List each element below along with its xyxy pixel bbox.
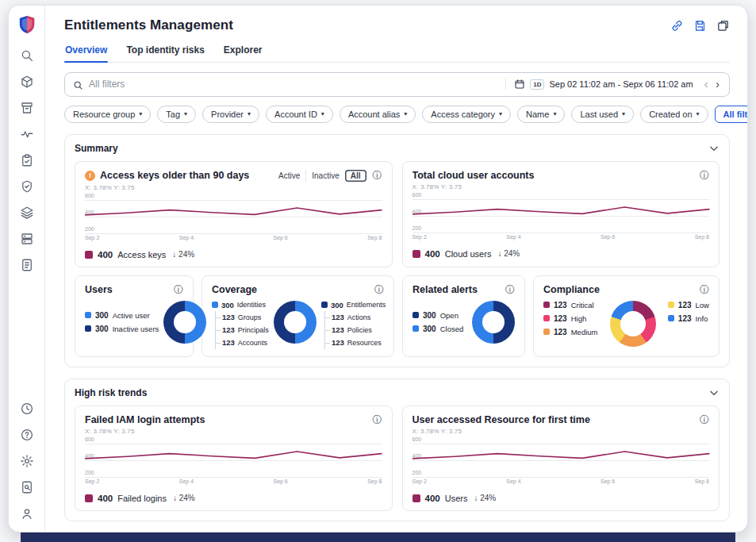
layers-icon[interactable]	[20, 206, 34, 220]
search-icon[interactable]	[20, 48, 34, 63]
legend-label: Cloud users	[445, 249, 492, 259]
legend-swatch	[85, 494, 93, 502]
high-risk-collapse-icon[interactable]	[708, 387, 720, 398]
legend-value: 300	[331, 301, 343, 309]
info-icon[interactable]: ⓘ	[700, 285, 709, 294]
info-icon[interactable]: ⓘ	[373, 171, 382, 180]
tab-top-identity-risks[interactable]: Top identity risks	[125, 41, 205, 62]
toggle-active[interactable]: Active	[273, 170, 305, 182]
legend-swatch	[543, 329, 550, 335]
sidebar	[9, 6, 45, 532]
donut-legend-left: 123Critical 123High 123Medium	[543, 301, 597, 336]
user-accessed-chart: 600400200Sep 2Sep 4Sep 6Sep 8	[413, 439, 710, 486]
link-icon[interactable]	[670, 19, 684, 33]
info-icon[interactable]: ⓘ	[373, 415, 382, 425]
legend-value: 400	[425, 494, 440, 503]
users-card: Users ⓘ 300Active user 300Inactive users	[75, 275, 194, 357]
filter-chip-account-alias[interactable]: Account alias▾	[340, 106, 416, 123]
filter-chip-name[interactable]: Name▾	[517, 106, 565, 123]
coverage-identities-legend: 300Identities 123Groups 123Principals 12…	[212, 301, 269, 349]
cloud-users-chart: 600400200Sep 2Sep 4Sep 6Sep 8	[413, 194, 710, 242]
window-icon[interactable]	[716, 19, 730, 33]
save-icon[interactable]	[693, 19, 707, 33]
legend-swatch	[85, 312, 91, 318]
info-icon[interactable]: ⓘ	[700, 415, 709, 425]
donut-legend: 300Active user 300Inactive users	[85, 311, 159, 333]
sidebar-bottom-nav	[20, 402, 34, 521]
filter-chip-provider[interactable]: Provider▾	[202, 106, 259, 123]
chip-label: Tag	[166, 110, 180, 119]
legend-label: Open	[440, 311, 459, 320]
legend-value: 123	[222, 325, 235, 334]
documents-icon[interactable]	[20, 258, 34, 272]
filter-search-bar[interactable]: All filters 1D Sep 02 11:02 am - Sepx 06…	[64, 72, 730, 97]
settings-icon[interactable]	[20, 454, 34, 468]
info-icon[interactable]: ⓘ	[505, 285, 515, 294]
chip-label: Access category	[431, 110, 495, 119]
failed-logins-chart: 600400200Sep 2Sep 4Sep 6Sep 8	[85, 439, 382, 486]
titlebar: Entitlements Management	[64, 17, 730, 33]
legend-value: 400	[98, 250, 113, 259]
info-icon[interactable]: ⓘ	[174, 285, 183, 294]
legend-swatch	[668, 315, 674, 321]
legend-swatch	[413, 312, 419, 318]
legend-label: Closed	[440, 325, 464, 333]
legend-value: 300	[95, 311, 109, 320]
chart-meta: X: 3.78% Y: 3.75	[413, 183, 710, 190]
inventory-icon[interactable]	[20, 75, 34, 89]
audit-icon[interactable]	[20, 480, 34, 494]
app-logo[interactable]	[18, 15, 36, 34]
date-next-icon[interactable]: ›	[714, 79, 721, 90]
summary-section-title: Summary	[75, 143, 118, 154]
history-icon[interactable]	[20, 402, 34, 416]
legend-label: Principals	[238, 326, 269, 334]
date-prev-icon[interactable]: ‹	[703, 79, 710, 90]
card-title: Failed IAM login attempts	[85, 414, 205, 425]
card-title: User accessed Resource for first time	[413, 414, 590, 425]
filter-chip-resource-group[interactable]: Resource group▾	[64, 106, 151, 123]
tab-explorer[interactable]: Explorer	[223, 41, 263, 62]
chevron-down-icon: ▾	[321, 110, 324, 117]
cloud-users-card: Total cloud user accounts ⓘ X: 3.78% Y: …	[402, 161, 720, 267]
summary-collapse-icon[interactable]	[708, 143, 720, 154]
shield-check-icon[interactable]	[20, 179, 34, 194]
card-title: Coverage	[212, 284, 257, 295]
filter-chip-last-used[interactable]: Last used▾	[571, 106, 634, 123]
chip-label: Last used	[580, 110, 618, 119]
legend-label: Actions	[347, 313, 371, 321]
toggle-inactive[interactable]: Inactive	[305, 170, 344, 182]
legend-swatch	[212, 302, 218, 308]
filter-chip-created-on[interactable]: Created on▾	[640, 106, 708, 123]
legend-value: 300	[423, 325, 436, 333]
legend-delta: ↓ 24%	[172, 250, 194, 259]
legend-swatch	[668, 302, 674, 308]
activity-icon[interactable]	[20, 127, 34, 141]
help-icon[interactable]	[20, 428, 34, 442]
filter-search-placeholder: All filters	[89, 79, 500, 90]
chart-meta: X: 3.78% Y: 3.75	[413, 428, 710, 435]
all-filters-button[interactable]: All filters	[715, 106, 747, 123]
info-icon[interactable]: ⓘ	[700, 171, 709, 180]
tasks-icon[interactable]	[20, 153, 34, 167]
chip-label: Account alias	[348, 110, 400, 119]
dashboard-content: Summary ! Access keys older than 90 days	[64, 134, 730, 532]
legend-label: Access keys	[117, 250, 166, 259]
tab-overview[interactable]: Overview	[64, 41, 108, 62]
profile-icon[interactable]	[20, 506, 34, 521]
toggle-all[interactable]: All	[345, 170, 366, 182]
date-range-picker[interactable]: 1D Sep 02 11:02 am - Sepx 06 11:02 am ‹ …	[505, 79, 721, 90]
card-title: Users	[85, 284, 113, 295]
database-icon[interactable]	[20, 232, 34, 246]
filter-chip-account-id[interactable]: Account ID▾	[266, 106, 333, 123]
chart-legend: 400 Access keys ↓ 24%	[85, 250, 382, 259]
chip-label: Name	[526, 110, 549, 119]
info-icon[interactable]: ⓘ	[374, 285, 384, 294]
app-window: Entitlements Management Overview Top ide…	[8, 5, 748, 532]
filter-chip-access-category[interactable]: Access category▾	[422, 106, 511, 123]
access-keys-state-toggle: Active Inactive All	[273, 170, 366, 182]
chevron-down-icon: ▾	[184, 110, 187, 117]
filter-chip-tag[interactable]: Tag▾	[157, 106, 196, 123]
storage-icon[interactable]	[20, 101, 34, 115]
legend-label: Groups	[238, 313, 262, 321]
legend-swatch	[543, 315, 550, 321]
